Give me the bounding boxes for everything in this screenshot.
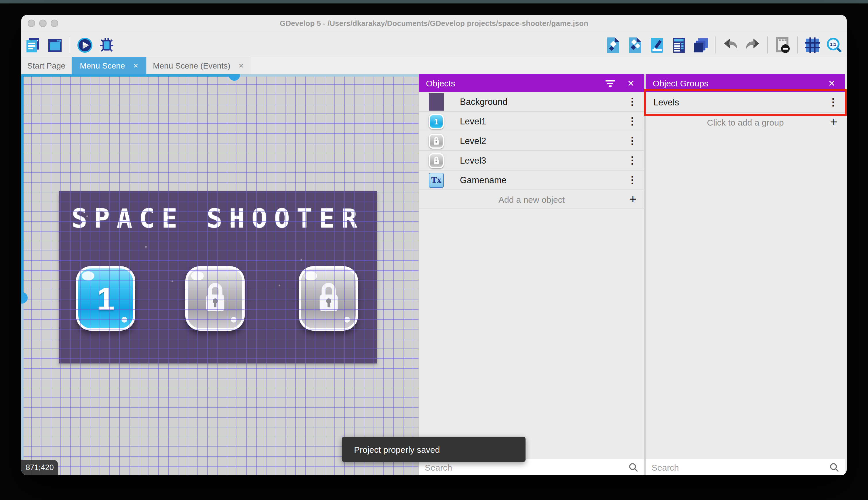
objects-editor-icon[interactable] <box>605 37 622 53</box>
search-icon <box>830 462 839 472</box>
object-menu-icon[interactable]: ⋮ <box>627 95 637 108</box>
object-menu-icon[interactable]: ⋮ <box>627 155 637 167</box>
objects-panel-empty-area <box>419 209 644 459</box>
objects-search-input[interactable] <box>425 462 629 472</box>
lock-icon <box>202 281 228 315</box>
scene-properties-icon[interactable] <box>649 37 665 53</box>
toast-message: Project properly saved <box>354 444 440 454</box>
level3-button-locked[interactable] <box>299 266 358 331</box>
objects-panel: Objects ✕ Background ⋮ <box>419 74 644 475</box>
zoom-1-1-icon[interactable]: 1:1 <box>826 37 843 53</box>
close-window-button[interactable] <box>28 20 35 27</box>
objects-panel-title: Objects <box>426 78 455 88</box>
tab-menu-scene-events[interactable]: Menu Scene (Events) ✕ <box>147 57 250 74</box>
undo-icon[interactable] <box>723 37 739 53</box>
editor-tab-bar: Start Page Menu Scene ✕ Menu Scene (Even… <box>21 57 847 74</box>
level2-button-locked[interactable] <box>185 266 245 331</box>
close-panel-icon[interactable]: ✕ <box>624 77 637 90</box>
cursor-coordinates-badge: 871;420 <box>21 460 58 475</box>
plus-icon: + <box>629 192 637 207</box>
filter-icon[interactable] <box>604 77 617 90</box>
game-title-text: SPACE SHOOTER <box>59 203 377 234</box>
object-menu-icon[interactable]: ⋮ <box>627 135 637 147</box>
object-row-gamename[interactable]: Tx Gamename ⋮ <box>419 171 644 190</box>
toolbar-separator <box>70 36 70 54</box>
objects-panel-header: Objects ✕ <box>419 74 644 92</box>
lock-icon <box>433 156 440 165</box>
level1-button[interactable]: 1 <box>76 266 135 331</box>
text-object-thumbnail: Tx <box>429 172 444 188</box>
layers-editor-icon[interactable] <box>692 37 709 53</box>
groups-search-input[interactable] <box>652 462 830 472</box>
grid-icon[interactable] <box>804 37 821 53</box>
title-bar: GDevelop 5 - /Users/dkarakay/Documents/G… <box>21 15 847 32</box>
toolbar-separator <box>797 36 798 54</box>
instances-list-icon[interactable] <box>671 37 687 53</box>
background-object-thumbnail <box>429 93 444 110</box>
tab-menu-scene[interactable]: Menu Scene ✕ <box>72 57 147 74</box>
horizontal-scroll-thumb[interactable] <box>228 74 240 81</box>
plus-icon: + <box>830 115 837 129</box>
object-menu-icon[interactable]: ⋮ <box>627 174 637 186</box>
svg-text:1:1: 1:1 <box>830 42 836 46</box>
screenshot-root: GDevelop 5 - /Users/dkarakay/Documents/G… <box>0 0 868 500</box>
tab-bar-filler <box>250 57 847 74</box>
gdevelop-window: GDevelop 5 - /Users/dkarakay/Documents/G… <box>21 15 847 475</box>
toolbar-separator <box>767 36 768 54</box>
maximize-window-button[interactable] <box>51 20 58 27</box>
group-row-levels[interactable]: Levels ⋮ <box>646 92 845 113</box>
tab-start-page[interactable]: Start Page <box>21 57 72 74</box>
add-group-row[interactable]: Click to add a group + <box>646 113 845 131</box>
project-manager-icon[interactable] <box>25 37 42 53</box>
desktop-background-strip <box>0 0 868 3</box>
scene-editor-canvas[interactable]: SPACE SHOOTER 1 <box>21 74 419 475</box>
groups-search-bar <box>646 459 845 475</box>
level1-object-thumbnail: 1 <box>429 114 444 129</box>
close-tab-icon[interactable]: ✕ <box>133 62 138 69</box>
lock-icon <box>315 281 342 315</box>
scene-background-object[interactable]: SPACE SHOOTER 1 <box>59 191 377 363</box>
group-menu-icon[interactable]: ⋮ <box>828 96 838 108</box>
window-mask-icon[interactable] <box>774 37 791 53</box>
minimize-window-button[interactable] <box>39 20 47 27</box>
vertical-scroll-thumb[interactable] <box>21 292 28 304</box>
groups-panel-empty-area <box>646 131 845 459</box>
main-toolbar: 1:1 <box>21 32 847 57</box>
object-row-level1[interactable]: 1 Level1 ⋮ <box>419 112 644 131</box>
search-icon <box>629 462 638 472</box>
lock-icon <box>433 137 440 145</box>
window-title: GDevelop 5 - /Users/dkarakay/Documents/G… <box>21 15 847 32</box>
canvas-vertical-scrollbar[interactable] <box>21 74 24 475</box>
save-toast: Project properly saved <box>342 436 526 462</box>
object-menu-icon[interactable]: ⋮ <box>627 115 637 127</box>
add-object-row[interactable]: Add a new object + <box>419 190 644 209</box>
close-panel-icon[interactable]: ✕ <box>825 77 838 90</box>
redo-icon[interactable] <box>744 37 761 53</box>
close-tab-icon[interactable]: ✕ <box>238 62 244 69</box>
toolbar-separator <box>715 36 716 54</box>
object-groups-panel-header: Object Groups ✕ <box>646 74 845 92</box>
object-groups-panel: Object Groups ✕ Levels ⋮ Click to add a … <box>646 74 845 475</box>
play-preview-icon[interactable] <box>77 37 93 53</box>
open-window-icon[interactable] <box>47 37 63 53</box>
level2-object-thumbnail <box>429 133 444 148</box>
object-row-level3[interactable]: Level3 ⋮ <box>419 151 644 171</box>
debug-icon[interactable] <box>98 37 115 53</box>
canvas-horizontal-scrollbar[interactable] <box>21 74 419 77</box>
object-groups-panel-title: Object Groups <box>653 78 708 88</box>
object-row-background[interactable]: Background ⋮ <box>419 92 644 112</box>
object-row-level2[interactable]: Level2 ⋮ <box>419 131 644 151</box>
level3-object-thumbnail <box>429 153 444 168</box>
object-groups-editor-icon[interactable] <box>627 37 644 53</box>
